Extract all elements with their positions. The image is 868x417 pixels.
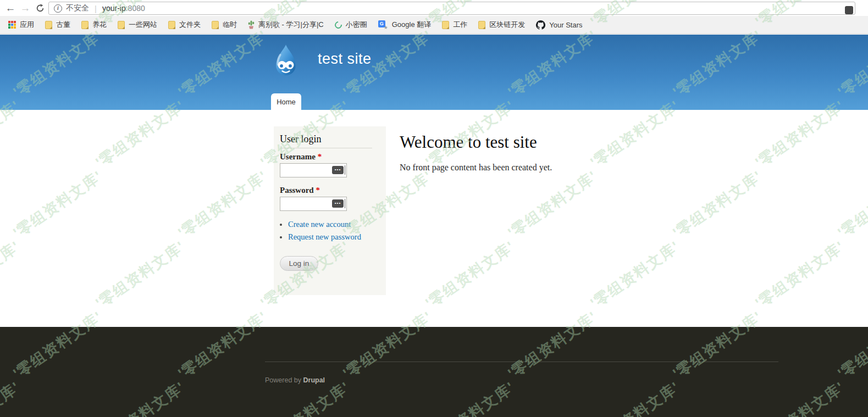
site-footer: Powered by Drupal [0,327,868,417]
apps-grid-icon [8,21,16,29]
watermark-text: '零组资料文库' [751,237,849,313]
bookmark-label: 工作 [453,20,467,30]
info-icon[interactable]: i [54,4,62,13]
text-caret-icon [345,165,345,175]
login-links-list: Create new accountRequest new password [288,220,361,245]
url-host: your-ip [102,4,126,13]
login-block-title: User login [280,134,322,145]
bookmark-label: 一些网站 [129,20,157,30]
bookmark-label: 临时 [223,20,237,30]
site-name[interactable]: test site [318,51,372,68]
folder-icon [442,21,449,29]
bookmark-label: Your Stars [549,21,582,29]
required-marker: * [316,186,320,194]
bookmark-item-4[interactable]: 文件夹 [163,16,206,34]
bookmark-item-9[interactable]: 工作 [436,16,473,34]
bookmark-label: 离别歌 - 学习|分享|C [258,20,324,30]
bookmark-item-2[interactable]: 养花 [76,16,112,34]
folder-icon [212,21,219,29]
watermark-text: '零组资料文库' [669,166,766,243]
bookmark-label: 小密圈 [346,20,367,30]
browser-toolbar: ← → i 不安全 | your-ip :8080 [0,0,868,16]
autofill-icon[interactable] [332,199,344,208]
password-label: Password * [280,186,320,195]
watermark-text: '零组资料文库' [834,166,868,243]
refresh-icon[interactable] [33,1,47,15]
watermark-text: '零组资料文库' [174,166,272,243]
login-link-item: Create new account [288,220,361,229]
folder-icon [45,21,52,29]
google-translate-icon: G★ [378,20,388,29]
powered-by-text: Powered by [265,376,301,384]
folder-icon [478,21,485,29]
bookmark-label: 古董 [56,20,70,30]
watermark-text: '零组资料文库' [504,166,601,243]
bookmark-label: 应用 [20,20,34,30]
bookmark-label: Google 翻译 [392,20,432,30]
watermark-text: '零组资料文库' [92,237,189,313]
watermark-text: '零组资料文库' [0,237,24,313]
extension-icon[interactable] [845,6,853,14]
log-in-button[interactable]: Log in [280,256,318,271]
bookmark-item-1[interactable]: 古董 [40,16,76,34]
required-marker: * [318,152,322,161]
folder-icon [81,21,89,29]
bookmark-label: 文件夹 [179,20,201,30]
drupal-logo-icon[interactable] [270,43,301,82]
bookmark-item-10[interactable]: 区块链开发 [473,16,530,34]
footer-divider [265,362,778,362]
site-header: test site Home [0,35,868,110]
text-caret-icon [345,199,345,208]
bookmark-item-5[interactable]: 临时 [206,16,242,34]
bookmarks-bar: 应用古董养花一些网站文件夹临时离别歌 - 学习|分享|C小密圈G★Google … [0,16,868,34]
forward-icon[interactable]: → [18,1,32,15]
page-body-text: No front page content has been created y… [400,163,552,173]
login-link-item: Request new password [288,232,361,242]
cactus-icon [248,20,255,29]
folder-icon [168,21,175,29]
folder-icon [118,21,125,29]
bookmark-label: 区块链开发 [489,20,525,30]
watermark-text: '零组资料文库' [422,237,519,313]
login-block-divider [280,148,372,148]
spinner-icon [333,20,343,30]
security-label: 不安全 [66,3,89,13]
bookmark-item-6[interactable]: 离别歌 - 学习|分享|C [242,16,329,34]
request-password-link[interactable]: Request new password [288,232,361,241]
github-icon [536,20,545,30]
bookmark-item-3[interactable]: 一些网站 [112,16,163,34]
address-bar[interactable]: i 不安全 | your-ip :8080 [48,2,855,15]
address-separator: | [95,4,97,13]
drupal-link[interactable]: Drupal [303,376,325,384]
watermark-text: '零组资料文库' [9,166,107,243]
url-port: :8080 [126,4,145,13]
create-account-link[interactable]: Create new account [288,220,351,229]
bookmark-item-0[interactable]: 应用 [3,16,40,34]
username-label: Username * [280,152,322,162]
bookmark-item-8[interactable]: G★Google 翻译 [373,16,437,34]
page-title: Welcome to test site [400,132,537,152]
tab-home[interactable]: Home [271,93,301,110]
bookmark-item-11[interactable]: Your Stars [530,16,588,34]
bookmark-item-7[interactable]: 小密圈 [329,16,373,34]
password-label-text: Password [280,186,314,194]
back-icon[interactable]: ← [3,1,18,15]
watermark-text: '零组资料文库' [587,237,684,313]
autofill-icon[interactable] [332,166,344,174]
bookmark-label: 养花 [92,20,107,30]
powered-by: Powered by Drupal [265,376,325,384]
username-label-text: Username [280,152,316,161]
